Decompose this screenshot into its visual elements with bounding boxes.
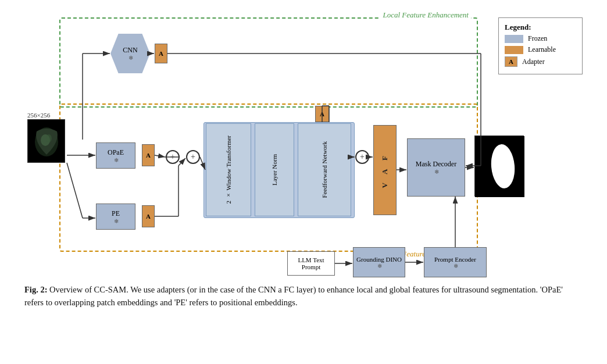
layer-norm-block: Layer Norm xyxy=(255,123,294,216)
grounding-dino-label: Grounding DINO xyxy=(356,256,402,263)
prompt-encoder-block: Prompt Encoder ❄ xyxy=(424,247,487,277)
cnn-adapter-block: A xyxy=(155,44,167,63)
grounding-dino-gear-icon: ❄ xyxy=(377,263,382,269)
local-feature-label: Local Feature Enhancement xyxy=(380,10,471,20)
pe-adapter-block: A xyxy=(142,205,155,227)
top-adapter-block: A xyxy=(315,106,329,122)
opae-adapter-label: A xyxy=(146,152,151,159)
legend-box: Legend: Frozen Learnable A Adapter xyxy=(498,17,583,74)
plus-ff-label: + xyxy=(360,152,365,162)
svg-point-3 xyxy=(46,134,52,142)
adapter-a-label: A xyxy=(509,58,513,65)
legend-title: Legend: xyxy=(505,23,576,32)
caption-bold: Fig. 2: xyxy=(24,285,47,294)
mask-decoder-block: Mask Decoder ❄ xyxy=(407,138,465,197)
feedforward-block: Feedforward Network xyxy=(298,123,351,216)
legend-frozen-label: Frozen xyxy=(528,34,547,43)
opae-block: OPaE ❄ xyxy=(96,142,135,169)
top-adapter-label: A xyxy=(320,110,324,117)
legend-learnable: Learnable xyxy=(505,45,576,54)
grounding-dino-block: Grounding DINO ❄ xyxy=(353,247,405,277)
cnn-adapter-label: A xyxy=(159,50,163,57)
ultrasound-svg xyxy=(28,120,65,163)
layer-norm-label: Layer Norm xyxy=(271,154,278,185)
prompt-encoder-gear-icon: ❄ xyxy=(454,263,458,269)
opae-gear-icon: ❄ xyxy=(114,157,119,163)
plus-2-label: + xyxy=(191,152,195,162)
llm-prompt-label: LLM Text Prompt xyxy=(288,256,334,270)
feedforward-label: Feedforward Network xyxy=(320,141,329,198)
pe-block: PE ❄ xyxy=(96,204,135,230)
mask-decoder-gear-icon: ❄ xyxy=(434,169,439,175)
llm-prompt-block: LLM Text Prompt xyxy=(287,251,335,276)
pe-adapter-label: A xyxy=(146,213,151,220)
window-transformer-label: 2 × Window Transformer xyxy=(224,135,233,204)
cnn-block: CNN ❄ xyxy=(110,34,150,73)
cnn-label: CNN xyxy=(123,46,137,55)
vaf-label: V A F xyxy=(380,152,390,188)
legend-adapter-label: Adapter xyxy=(522,58,545,66)
window-transformer-block: 2 × Window Transformer xyxy=(206,123,251,216)
legend-adapter: A Adapter xyxy=(505,56,576,67)
segmentation-svg xyxy=(475,136,524,197)
vaf-block: V A F xyxy=(373,125,397,215)
input-image xyxy=(27,119,65,163)
opae-adapter-block: A xyxy=(142,144,155,166)
caption-text: Overview of CC-SAM. We use adapters (or … xyxy=(24,285,563,307)
plus-circle-ff: + xyxy=(355,150,369,164)
adapter-swatch: A xyxy=(505,56,517,67)
plus-1-label: + xyxy=(170,152,175,162)
legend-learnable-label: Learnable xyxy=(528,45,556,54)
figure-caption: Fig. 2: Overview of CC-SAM. We use adapt… xyxy=(24,284,583,309)
mask-decoder-label: Mask Decoder xyxy=(416,160,456,169)
pe-label: PE xyxy=(112,209,120,218)
opae-label: OPaE xyxy=(108,148,124,157)
prompt-encoder-label: Prompt Encoder xyxy=(434,256,476,263)
cnn-gear-icon: ❄ xyxy=(128,55,133,61)
plus-circle-2: + xyxy=(186,150,200,164)
size-label: 256×256 xyxy=(27,112,50,119)
pe-gear-icon: ❄ xyxy=(114,218,119,224)
frozen-color-swatch xyxy=(505,35,523,43)
legend-frozen: Frozen xyxy=(505,34,576,43)
plus-circle-1: + xyxy=(166,150,180,164)
output-segmentation xyxy=(474,135,524,197)
learnable-color-swatch xyxy=(505,46,523,54)
diagram-container: Local Feature Enhancement Global Feature… xyxy=(24,12,583,279)
